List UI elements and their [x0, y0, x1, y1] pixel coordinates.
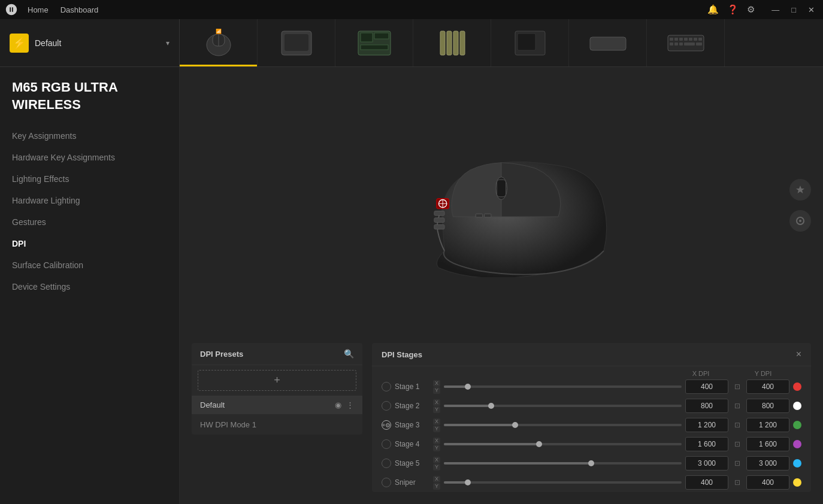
stages-col-headers: X DPI Y DPI [372, 366, 811, 377]
device-item-mouse[interactable]: 📶 [180, 19, 258, 66]
preset-hw-dpi-label: HW DPI Mode 1 [200, 420, 256, 429]
stage-dot-0[interactable] [382, 382, 391, 391]
preset-more-icon[interactable]: ⋮ [346, 400, 354, 409]
stage-y-dpi-input-5[interactable] [746, 475, 789, 490]
mousepad-thumbnail-icon [587, 28, 629, 58]
x-btn[interactable]: X [433, 380, 440, 387]
sidebar-item-hardware-lighting[interactable]: Hardware Lighting [0, 190, 179, 211]
stage-slider-2[interactable] [444, 424, 682, 426]
minimize-button[interactable]: — [768, 4, 783, 16]
stage-link-icon-5[interactable]: ⊡ [732, 478, 743, 487]
stage-slider-0[interactable] [444, 385, 682, 388]
stage-slider-thumb-5[interactable] [465, 479, 471, 485]
stage-slider-thumb-1[interactable] [488, 403, 494, 409]
stage-x-dpi-input-4[interactable] [685, 456, 728, 470]
stage-y-dpi-input-3[interactable] [746, 437, 789, 451]
stage-link-icon-1[interactable]: ⊡ [732, 402, 743, 410]
stage-color-dot-2[interactable] [793, 421, 801, 429]
x-btn[interactable]: X [433, 418, 440, 425]
stage-dot-2[interactable] [382, 420, 391, 430]
stage-slider-thumb-4[interactable] [588, 460, 594, 466]
y-btn[interactable]: Y [433, 406, 440, 413]
stage-color-dot-5[interactable] [793, 478, 801, 487]
device-item-keyboard[interactable] [647, 19, 725, 66]
stage-y-dpi-input-2[interactable] [746, 418, 789, 432]
stage-x-dpi-input-5[interactable] [685, 475, 728, 490]
y-btn[interactable]: Y [433, 483, 440, 490]
y-btn[interactable]: Y [433, 464, 440, 470]
stage-x-dpi-input-3[interactable] [685, 437, 728, 451]
stage-slider-thumb-2[interactable] [512, 422, 518, 428]
x-btn[interactable]: X [433, 399, 440, 406]
profile-selector[interactable]: ⚡ Default ▾ [0, 19, 180, 66]
stage-slider-thumb-3[interactable] [536, 441, 542, 447]
help-icon[interactable]: ❓ [727, 4, 739, 15]
x-btn[interactable]: X [433, 476, 440, 482]
close-button[interactable]: ✕ [804, 4, 818, 16]
stage-slider-4[interactable] [444, 462, 682, 464]
sidebar-item-dpi[interactable]: DPI [0, 233, 179, 254]
stage-x-dpi-input-1[interactable] [685, 399, 728, 413]
device-item-mousepad[interactable] [569, 19, 647, 66]
stage-slider-5[interactable] [444, 481, 682, 484]
stage-color-dot-3[interactable] [793, 440, 801, 448]
y-btn[interactable]: Y [433, 445, 440, 451]
svg-rect-19 [674, 38, 678, 41]
settings-icon[interactable]: ⚙ [747, 4, 755, 15]
stage-link-icon-3[interactable]: ⊡ [732, 440, 743, 448]
stage-color-dot-0[interactable] [793, 382, 801, 391]
side-icon-1[interactable] [789, 179, 811, 201]
stage-x-dpi-input-2[interactable] [685, 418, 728, 432]
stage-label-area-3: Stage 4 [382, 439, 429, 449]
stages-close-button[interactable]: × [796, 349, 801, 360]
device-item-motherboard[interactable] [335, 19, 413, 66]
add-preset-button[interactable]: + [198, 370, 356, 391]
stage-xy-buttons-3: XY [433, 438, 440, 451]
preset-item-hw-dpi[interactable]: HW DPI Mode 1 [192, 414, 362, 435]
stage-slider-thumb-0[interactable] [465, 384, 471, 390]
device-item-headset[interactable] [258, 19, 335, 66]
y-btn[interactable]: Y [433, 426, 440, 432]
presets-search-icon[interactable]: 🔍 [344, 349, 354, 359]
preset-item-default[interactable]: Default ◉ ⋮ [192, 396, 362, 414]
sidebar-item-device-settings[interactable]: Device Settings [0, 276, 179, 297]
stage-label-area-2: Stage 3 [382, 420, 429, 430]
maximize-button[interactable]: □ [788, 4, 800, 16]
nav-home[interactable]: Home [28, 5, 49, 14]
x-btn[interactable]: X [433, 457, 440, 463]
sidebar-item-lighting-effects[interactable]: Lighting Effects [0, 168, 179, 190]
stage-y-dpi-input-0[interactable] [746, 379, 789, 394]
stage-link-icon-4[interactable]: ⊡ [732, 459, 743, 467]
svg-rect-10 [440, 31, 445, 55]
stage-dot-4[interactable] [382, 459, 391, 468]
sidebar-item-key-assignments[interactable]: Key Assignments [0, 125, 179, 147]
stage-color-dot-1[interactable] [793, 402, 801, 410]
x-btn[interactable]: X [433, 438, 440, 444]
nav-dashboard[interactable]: Dashboard [60, 5, 99, 14]
sidebar-item-gestures[interactable]: Gestures [0, 211, 179, 233]
stage-color-dot-4[interactable] [793, 459, 801, 467]
profile-dropdown-arrow: ▾ [166, 39, 170, 47]
device-mousepad-image [584, 28, 632, 58]
side-icon-2[interactable] [789, 210, 811, 232]
stage-y-dpi-input-4[interactable] [746, 456, 789, 470]
stage-slider-1[interactable] [444, 405, 682, 407]
device-item-ram[interactable] [413, 19, 491, 66]
sidebar-item-surface-calibration[interactable]: Surface Calibration [0, 254, 179, 276]
stage-link-icon-0[interactable]: ⊡ [732, 382, 743, 391]
stage-dot-3[interactable] [382, 439, 391, 449]
stage-x-dpi-input-0[interactable] [685, 379, 728, 394]
mouse-thumbnail-icon: 📶 [198, 28, 240, 58]
stages-title: DPI Stages [382, 350, 422, 359]
stage-dot-5[interactable] [382, 478, 391, 487]
stage-dot-1[interactable] [382, 401, 391, 411]
stage-link-icon-2[interactable]: ⊡ [732, 421, 743, 429]
device-item-case[interactable] [491, 19, 569, 66]
svg-rect-33 [434, 217, 444, 222]
stage-y-dpi-input-1[interactable] [746, 399, 789, 413]
sidebar-item-hardware-key-assignments[interactable]: Hardware Key Assignments [0, 147, 179, 168]
stage-slider-3[interactable] [444, 443, 682, 445]
bell-icon[interactable]: 🔔 [707, 4, 719, 15]
y-btn[interactable]: Y [433, 387, 440, 394]
svg-rect-15 [518, 34, 535, 50]
